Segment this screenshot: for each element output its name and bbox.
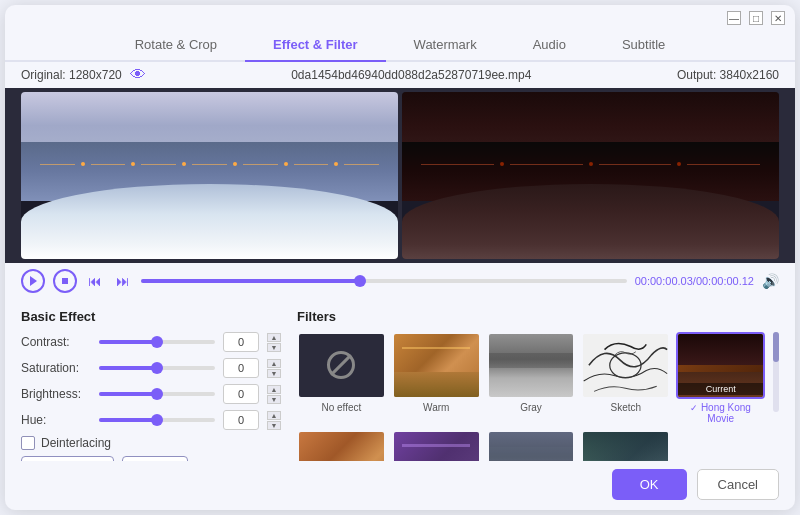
volume-icon[interactable]: 🔊 — [762, 273, 779, 289]
prev-frame-button[interactable]: ⏮ — [85, 271, 105, 291]
minimize-button[interactable]: — — [727, 11, 741, 25]
timeline-thumb[interactable] — [354, 275, 366, 287]
tab-rotate-crop[interactable]: Rotate & Crop — [107, 29, 245, 62]
saturation-up[interactable]: ▲ — [267, 359, 281, 368]
brightness-slider-thumb[interactable] — [151, 388, 163, 400]
filename: 0da1454bd46940dd088d2a52870719ee.mp4 — [154, 68, 669, 82]
hue-slider-thumb[interactable] — [151, 414, 163, 426]
saturation-value[interactable]: 0 — [223, 358, 259, 378]
time-current: 00:00:00.03 — [635, 275, 693, 287]
light-string — [91, 164, 126, 165]
deinterlace-checkbox[interactable] — [21, 436, 35, 450]
preview-canvas-left — [21, 92, 398, 259]
timeline[interactable] — [141, 279, 627, 283]
filter-thumb-2a — [297, 430, 386, 461]
filter-label-sketch: Sketch — [611, 402, 642, 413]
tab-effect-filter[interactable]: Effect & Filter — [245, 29, 386, 62]
brightness-label: Brightness: — [21, 387, 91, 401]
brightness-stepper: ▲ ▼ — [267, 385, 281, 404]
contrast-down[interactable]: ▼ — [267, 343, 281, 352]
filter-2b[interactable] — [392, 430, 481, 461]
filter-sketch[interactable]: Sketch — [581, 332, 670, 424]
hue-slider-fill — [99, 418, 157, 422]
filters-panel-title: Filters — [297, 309, 779, 324]
bottom-area: Basic Effect Contrast: 0 ▲ ▼ Saturation: — [5, 299, 795, 461]
ok-button[interactable]: OK — [612, 469, 687, 500]
light-string — [141, 164, 176, 165]
filter-thumb-hk: Current — [676, 332, 765, 399]
filter-thumb-2b — [392, 430, 481, 461]
tab-audio[interactable]: Audio — [505, 29, 594, 62]
filter-hk-movie[interactable]: Current ✓ Hong Kong Movie — [676, 332, 765, 424]
deinterlace-label: Deinterlacing — [41, 436, 111, 450]
hue-slider[interactable] — [99, 418, 215, 422]
svg-rect-1 — [62, 278, 68, 284]
hue-row: Hue: 0 ▲ ▼ — [21, 410, 281, 430]
contrast-up[interactable]: ▲ — [267, 333, 281, 342]
filters-grid: No effect Warm — [297, 332, 765, 461]
saturation-row: Saturation: 0 ▲ ▼ — [21, 358, 281, 378]
hue-value[interactable]: 0 — [223, 410, 259, 430]
current-label: Current — [678, 383, 763, 395]
deinterlace-row: Deinterlacing — [21, 436, 281, 450]
output-resolution: Output: 3840x2160 — [677, 68, 779, 82]
filter-thumb-sketch — [581, 332, 670, 399]
brightness-row: Brightness: 0 ▲ ▼ — [21, 384, 281, 404]
filter-2a[interactable] — [297, 430, 386, 461]
filter-2b-inner — [394, 432, 479, 461]
light-string — [599, 164, 672, 165]
tab-watermark[interactable]: Watermark — [386, 29, 505, 62]
saturation-slider-thumb[interactable] — [151, 362, 163, 374]
filter-2c-inner — [489, 432, 574, 461]
svg-marker-0 — [30, 276, 37, 286]
no-effect-inner — [299, 334, 384, 397]
filters-scrollbar-thumb[interactable] — [773, 332, 779, 362]
light-dot — [131, 162, 135, 166]
light-string — [510, 164, 583, 165]
filter-warm[interactable]: Warm — [392, 332, 481, 424]
filter-no-effect[interactable]: No effect — [297, 332, 386, 424]
timeline-fill — [141, 279, 360, 283]
time-total: 00:00:00.12 — [696, 275, 754, 287]
contrast-slider[interactable] — [99, 340, 215, 344]
tab-bar: Rotate & Crop Effect & Filter Watermark … — [5, 29, 795, 62]
tab-subtitle[interactable]: Subtitle — [594, 29, 693, 62]
maximize-button[interactable]: □ — [749, 11, 763, 25]
filter-gray[interactable]: Gray — [487, 332, 576, 424]
next-frame-button[interactable]: ⏭ — [113, 271, 133, 291]
contrast-value[interactable]: 0 — [223, 332, 259, 352]
filter-thumb-gray — [487, 332, 576, 399]
app-window: — □ ✕ Rotate & Crop Effect & Filter Wate… — [5, 5, 795, 510]
filter-2c[interactable] — [487, 430, 576, 461]
no-effect-circle — [327, 351, 355, 379]
contrast-slider-fill — [99, 340, 157, 344]
time-display: 00:00:00.03/00:00:00.12 — [635, 275, 754, 287]
filter-label-no-effect: No effect — [321, 402, 361, 413]
brightness-slider[interactable] — [99, 392, 215, 396]
filter-2d[interactable] — [581, 430, 670, 461]
saturation-down[interactable]: ▼ — [267, 369, 281, 378]
eye-icon[interactable]: 👁 — [130, 66, 146, 84]
light-dot — [233, 162, 237, 166]
filter-thumb-2d — [581, 430, 670, 461]
filter-label-gray: Gray — [520, 402, 542, 413]
light-string — [294, 164, 329, 165]
hue-down[interactable]: ▼ — [267, 421, 281, 430]
play-button[interactable] — [21, 269, 45, 293]
light-string — [687, 164, 760, 165]
filters-scrollbar[interactable] — [773, 332, 779, 412]
light-string — [243, 164, 278, 165]
saturation-slider[interactable] — [99, 366, 215, 370]
preview-original — [21, 92, 398, 259]
saturation-stepper: ▲ ▼ — [267, 359, 281, 378]
close-button[interactable]: ✕ — [771, 11, 785, 25]
light-string — [421, 164, 494, 165]
filter-label-hk: ✓ Hong Kong Movie — [676, 402, 765, 424]
cancel-button[interactable]: Cancel — [697, 469, 779, 500]
hue-up[interactable]: ▲ — [267, 411, 281, 420]
stop-button[interactable] — [53, 269, 77, 293]
brightness-value[interactable]: 0 — [223, 384, 259, 404]
brightness-down[interactable]: ▼ — [267, 395, 281, 404]
brightness-up[interactable]: ▲ — [267, 385, 281, 394]
contrast-slider-thumb[interactable] — [151, 336, 163, 348]
